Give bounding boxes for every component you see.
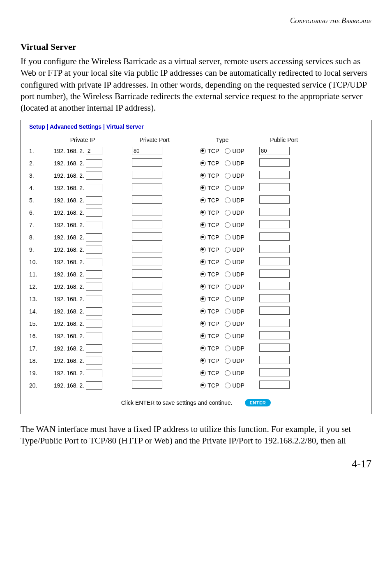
tcp-radio[interactable]: [200, 333, 206, 339]
udp-radio[interactable]: [225, 370, 231, 376]
tcp-radio[interactable]: [200, 185, 206, 191]
private-ip-input[interactable]: [86, 381, 102, 390]
public-port-input[interactable]: [259, 331, 290, 339]
private-port-input[interactable]: [132, 269, 162, 278]
private-ip-input[interactable]: [86, 184, 102, 192]
tcp-radio[interactable]: [200, 284, 206, 290]
private-ip-input[interactable]: [86, 270, 102, 279]
private-ip-input[interactable]: [86, 246, 102, 254]
private-port-input[interactable]: [132, 368, 162, 376]
public-port-input[interactable]: [259, 282, 290, 290]
private-ip-input[interactable]: [86, 221, 102, 229]
udp-radio[interactable]: [225, 234, 231, 240]
tcp-radio[interactable]: [200, 259, 206, 265]
udp-radio[interactable]: [225, 247, 231, 253]
private-port-input[interactable]: [132, 245, 162, 253]
public-port-input[interactable]: [259, 195, 290, 204]
udp-radio[interactable]: [225, 259, 231, 265]
private-port-input[interactable]: [132, 158, 162, 167]
tcp-radio[interactable]: [200, 370, 206, 376]
tcp-radio[interactable]: [200, 173, 206, 179]
public-port-input[interactable]: [259, 257, 290, 265]
udp-radio[interactable]: [225, 284, 231, 290]
private-port-input[interactable]: [132, 319, 162, 327]
public-port-input[interactable]: [259, 220, 290, 228]
enter-button[interactable]: ENTER: [245, 399, 271, 406]
private-ip-input[interactable]: [86, 196, 102, 204]
tcp-radio[interactable]: [200, 234, 206, 240]
private-port-input[interactable]: [132, 306, 162, 315]
udp-radio[interactable]: [225, 185, 231, 191]
private-port-input[interactable]: [132, 183, 162, 191]
private-ip-input[interactable]: [86, 369, 102, 377]
private-ip-input[interactable]: [86, 209, 102, 217]
public-port-input[interactable]: [259, 269, 290, 278]
udp-radio[interactable]: [225, 383, 231, 388]
tcp-radio[interactable]: [200, 346, 206, 351]
private-ip-input[interactable]: [86, 258, 102, 266]
udp-radio[interactable]: [225, 272, 231, 277]
udp-radio[interactable]: [225, 197, 231, 203]
udp-radio[interactable]: [225, 358, 231, 364]
udp-radio[interactable]: [225, 296, 231, 302]
tcp-radio[interactable]: [200, 383, 206, 388]
public-port-input[interactable]: [259, 306, 290, 315]
public-port-input[interactable]: [259, 381, 290, 389]
udp-radio[interactable]: [225, 222, 231, 228]
tcp-radio[interactable]: [200, 321, 206, 327]
private-port-input[interactable]: [132, 257, 162, 265]
tcp-radio[interactable]: [200, 148, 206, 154]
public-port-input[interactable]: [259, 183, 290, 191]
tcp-radio[interactable]: [200, 272, 206, 277]
tcp-radio[interactable]: [200, 160, 206, 166]
tcp-radio[interactable]: [200, 247, 206, 253]
private-ip-input[interactable]: [86, 295, 102, 303]
udp-radio[interactable]: [225, 346, 231, 351]
private-port-input[interactable]: [132, 294, 162, 302]
private-ip-input[interactable]: [86, 332, 102, 340]
private-port-input[interactable]: [132, 282, 162, 290]
public-port-input[interactable]: [259, 344, 290, 352]
public-port-input[interactable]: [259, 158, 290, 167]
udp-radio[interactable]: [225, 321, 231, 327]
public-port-input[interactable]: [259, 232, 290, 241]
private-port-input[interactable]: [132, 171, 162, 179]
private-port-input[interactable]: [132, 220, 162, 228]
private-ip-input[interactable]: [86, 233, 102, 241]
private-ip-input[interactable]: [86, 320, 102, 328]
tcp-radio[interactable]: [200, 222, 206, 228]
udp-radio[interactable]: [225, 160, 231, 166]
private-port-input[interactable]: [132, 208, 162, 216]
udp-radio[interactable]: [225, 173, 231, 179]
public-port-input[interactable]: 80: [259, 147, 290, 155]
public-port-input[interactable]: [259, 171, 290, 179]
public-port-input[interactable]: [259, 294, 290, 302]
udp-radio[interactable]: [225, 148, 231, 154]
public-port-input[interactable]: [259, 208, 290, 216]
public-port-input[interactable]: [259, 319, 290, 327]
udp-radio[interactable]: [225, 210, 231, 216]
private-ip-input[interactable]: [86, 283, 102, 291]
private-port-input[interactable]: [132, 331, 162, 339]
private-ip-input[interactable]: [86, 357, 102, 365]
tcp-radio[interactable]: [200, 309, 206, 314]
tcp-radio[interactable]: [200, 296, 206, 302]
udp-radio[interactable]: [225, 309, 231, 314]
private-ip-input[interactable]: 2: [86, 147, 102, 155]
tcp-radio[interactable]: [200, 210, 206, 216]
private-ip-input[interactable]: [86, 307, 102, 316]
tcp-radio[interactable]: [200, 197, 206, 203]
public-port-input[interactable]: [259, 245, 290, 253]
private-ip-input[interactable]: [86, 344, 102, 353]
private-port-input[interactable]: 80: [132, 147, 162, 155]
private-ip-input[interactable]: [86, 159, 102, 167]
private-port-input[interactable]: [132, 232, 162, 241]
private-port-input[interactable]: [132, 195, 162, 204]
private-port-input[interactable]: [132, 356, 162, 364]
private-port-input[interactable]: [132, 381, 162, 389]
tcp-radio[interactable]: [200, 358, 206, 364]
public-port-input[interactable]: [259, 368, 290, 376]
public-port-input[interactable]: [259, 356, 290, 364]
private-port-input[interactable]: [132, 344, 162, 352]
private-ip-input[interactable]: [86, 172, 102, 180]
